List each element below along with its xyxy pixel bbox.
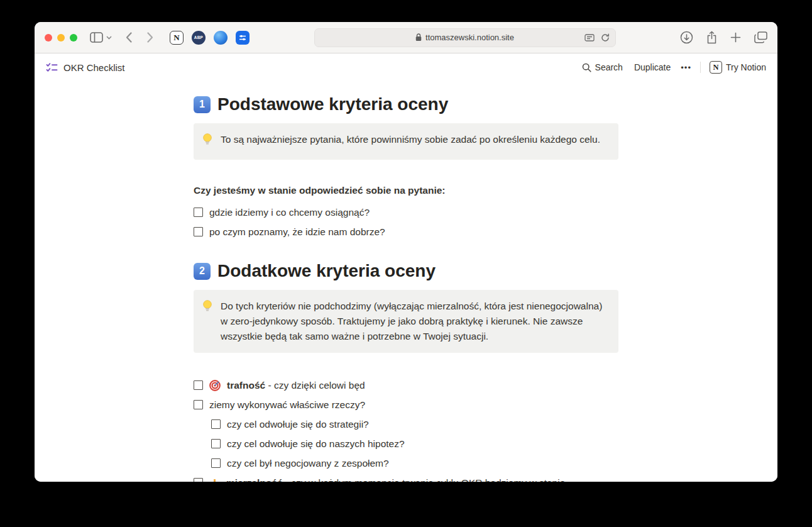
new-tab-button[interactable] — [730, 32, 741, 43]
page-content: 1 Podstawowe kryteria oceny To są najważ… — [35, 81, 777, 482]
callout-block: Do tych kryteriów nie podchodzimy (wyłąc… — [194, 290, 618, 353]
todo-item: czy cel odwołuje się do strategii? — [211, 414, 618, 434]
notion-extension-icon[interactable]: N — [170, 31, 184, 45]
todo-item: po czym poznamy, że idzie nam dobrze? — [194, 222, 618, 241]
header-divider — [700, 62, 701, 73]
checkbox[interactable] — [194, 400, 203, 409]
url-text: ttomaszewski.notion.site — [425, 33, 514, 42]
todo-label: ziemy wykonywać właściwe rzeczy? — [209, 398, 365, 412]
section-1-heading: 1 Podstawowe kryteria oceny — [194, 94, 618, 115]
checkbox[interactable] — [194, 227, 203, 236]
keycap-1-icon: 1 — [194, 96, 211, 113]
browser-window: N ABP ttomaszewski.notion.site — [35, 22, 777, 482]
todo-item: czy cel odwołuje się do naszych hipotez? — [211, 434, 618, 453]
todo-item: mierzalność - czy w każdym momencie trwa… — [194, 473, 618, 482]
share-button[interactable] — [706, 31, 717, 44]
address-bar[interactable]: ttomaszewski.notion.site — [314, 28, 616, 47]
bar-chart-icon — [209, 477, 220, 482]
zoom-window-button[interactable] — [70, 34, 77, 42]
sphere-extension-icon[interactable] — [214, 31, 228, 45]
page-title: OKR Checklist — [63, 62, 125, 73]
try-notion-button[interactable]: N Try Notion — [710, 61, 766, 74]
blue-extension-icon[interactable] — [236, 31, 250, 45]
search-button[interactable]: Search — [582, 62, 623, 72]
try-notion-label: Try Notion — [726, 62, 766, 72]
minimize-window-button[interactable] — [57, 34, 65, 42]
checkbox[interactable] — [211, 419, 221, 429]
callout-block: To są najważniejsze pytania, które powin… — [194, 123, 618, 160]
todo-list-1: gdzie idziemy i co chcemy osiągnąć? po c… — [194, 202, 618, 241]
section-1-title: Podstawowe kryteria oceny — [217, 94, 448, 115]
todo-label: czy cel był negocjowany z zespołem? — [227, 457, 389, 470]
section-2-title: Dodatkowe kryteria oceny — [217, 260, 436, 282]
keycap-2-icon: 2 — [194, 263, 211, 280]
todo-label: czy cel odwołuje się do naszych hipotez? — [227, 437, 405, 451]
traffic-lights — [45, 34, 77, 42]
lightbulb-icon — [201, 299, 214, 344]
todo-label: mierzalność - czy w każdym momencie trwa… — [226, 476, 565, 482]
todo-item: trafność - czy dzięki celowi będ — [194, 375, 618, 395]
lightbulb-icon — [201, 132, 214, 151]
notion-logo-icon: N — [710, 61, 722, 74]
target-icon — [209, 380, 221, 391]
todo-list-2: trafność - czy dzięki celowi będ ziemy w… — [194, 375, 618, 482]
site-header: OKR Checklist Search Duplicate ••• N Try… — [35, 53, 777, 81]
search-icon — [582, 63, 591, 72]
reload-icon[interactable] — [601, 33, 610, 42]
todo-label: czy cel odwołuje się do strategii? — [227, 418, 369, 431]
checkbox[interactable] — [211, 458, 221, 468]
checkbox[interactable] — [194, 208, 203, 217]
more-options-button[interactable]: ••• — [681, 63, 691, 72]
checkbox[interactable] — [211, 439, 221, 448]
close-window-button[interactable] — [45, 34, 52, 42]
todo-item: ziemy wykonywać właściwe rzeczy? — [194, 395, 618, 414]
todo-label: trafność - czy dzięki celowi będ — [227, 379, 365, 392]
tab-overview-button[interactable] — [754, 31, 767, 43]
browser-toolbar: N ABP ttomaszewski.notion.site — [35, 22, 777, 53]
downloads-button[interactable] — [680, 31, 693, 44]
todo-label: po czym poznamy, że idzie nam dobrze? — [209, 225, 385, 239]
callout-text: To są najważniejsze pytania, które powin… — [221, 132, 600, 151]
todo-item: czy cel był negocjowany z zespołem? — [211, 453, 618, 473]
duplicate-button[interactable]: Duplicate — [634, 62, 671, 72]
section-2-heading: 2 Dodatkowe kryteria oceny — [194, 260, 618, 282]
forward-button[interactable] — [147, 32, 153, 43]
todo-item: gdzie idziemy i co chcemy osiągnąć? — [194, 202, 618, 222]
todo-label: gdzie idziemy i co chcemy osiągnąć? — [209, 206, 370, 219]
callout-text: Do tych kryteriów nie podchodzimy (wyłąc… — [221, 299, 608, 344]
sidebar-chevron-down-icon[interactable] — [106, 36, 112, 40]
page-options-icon[interactable] — [584, 34, 595, 42]
back-button[interactable] — [126, 32, 132, 43]
checklist-page-icon — [46, 62, 58, 73]
checkbox[interactable] — [194, 380, 203, 390]
question-text: Czy jesteśmy w stanie odpowiedzieć sobie… — [194, 184, 618, 197]
search-label: Search — [595, 62, 623, 72]
lock-icon — [415, 33, 422, 42]
adblock-extension-icon[interactable]: ABP — [192, 31, 206, 45]
checkbox[interactable] — [194, 478, 203, 482]
sidebar-toggle-icon[interactable] — [90, 32, 103, 43]
